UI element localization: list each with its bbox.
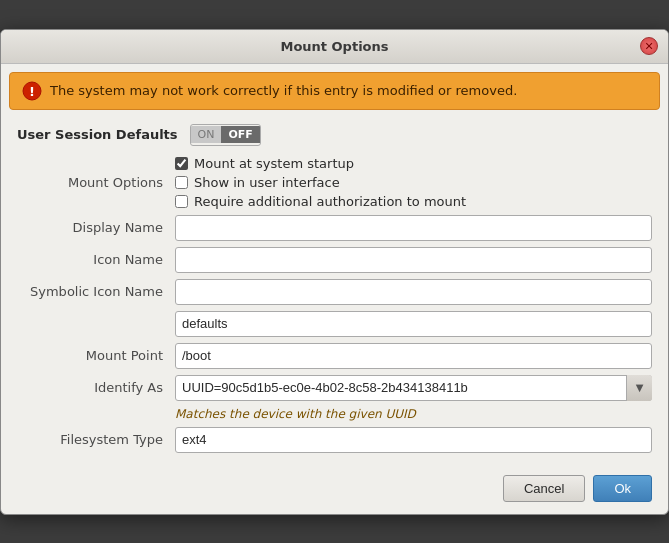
mount-options-label: Mount Options [27, 175, 167, 190]
checkbox-ui-row[interactable]: Show in user interface [175, 175, 652, 190]
titlebar: Mount Options ✕ [1, 30, 668, 64]
mount-options-checkboxes: Mount at system startup Show in user int… [175, 156, 652, 209]
user-session-section: User Session Defaults ON OFF [17, 124, 652, 146]
identify-as-hint: Matches the device with the given UUID [175, 407, 652, 421]
form-grid: Mount Options Mount at system startup Sh… [27, 156, 652, 453]
identify-as-label: Identify As [27, 380, 167, 395]
symbolic-icon-name-input[interactable] [175, 279, 652, 305]
content-area: User Session Defaults ON OFF Mount Optio… [1, 118, 668, 465]
svg-text:!: ! [29, 84, 35, 99]
toggle-group[interactable]: ON OFF [190, 124, 261, 146]
checkbox-startup-label: Mount at system startup [194, 156, 354, 171]
warning-text: The system may not work correctly if thi… [50, 83, 517, 98]
cancel-button[interactable]: Cancel [503, 475, 585, 502]
dialog-title: Mount Options [280, 39, 388, 54]
warning-icon: ! [22, 81, 42, 101]
warning-bar: ! The system may not work correctly if t… [9, 72, 660, 110]
mount-point-label: Mount Point [27, 348, 167, 363]
ok-button[interactable]: Ok [593, 475, 652, 502]
identify-as-select[interactable]: UUID=90c5d1b5-ec0e-4b02-8c58-2b434138411… [175, 375, 652, 401]
checkbox-auth-row[interactable]: Require additional authorization to moun… [175, 194, 652, 209]
display-name-input[interactable] [175, 215, 652, 241]
close-icon: ✕ [644, 40, 653, 53]
checkbox-ui-label: Show in user interface [194, 175, 340, 190]
checkbox-ui[interactable] [175, 176, 188, 189]
mount-point-input[interactable] [175, 343, 652, 369]
checkbox-auth-label: Require additional authorization to moun… [194, 194, 466, 209]
identify-as-container: UUID=90c5d1b5-ec0e-4b02-8c58-2b434138411… [175, 375, 652, 401]
icon-name-label: Icon Name [27, 252, 167, 267]
user-session-label: User Session Defaults [17, 127, 178, 142]
close-button[interactable]: ✕ [640, 37, 658, 55]
toggle-on-option[interactable]: ON [191, 126, 222, 143]
checkbox-startup-row[interactable]: Mount at system startup [175, 156, 652, 171]
checkbox-auth[interactable] [175, 195, 188, 208]
defaults-input[interactable] [175, 311, 652, 337]
button-row: Cancel Ok [1, 465, 668, 514]
filesystem-type-label: Filesystem Type [27, 432, 167, 447]
display-name-label: Display Name [27, 220, 167, 235]
filesystem-type-input[interactable] [175, 427, 652, 453]
checkbox-startup[interactable] [175, 157, 188, 170]
symbolic-icon-name-label: Symbolic Icon Name [27, 284, 167, 299]
toggle-off-option[interactable]: OFF [221, 126, 259, 143]
mount-options-dialog: Mount Options ✕ ! The system may not wor… [0, 29, 669, 515]
icon-name-input[interactable] [175, 247, 652, 273]
